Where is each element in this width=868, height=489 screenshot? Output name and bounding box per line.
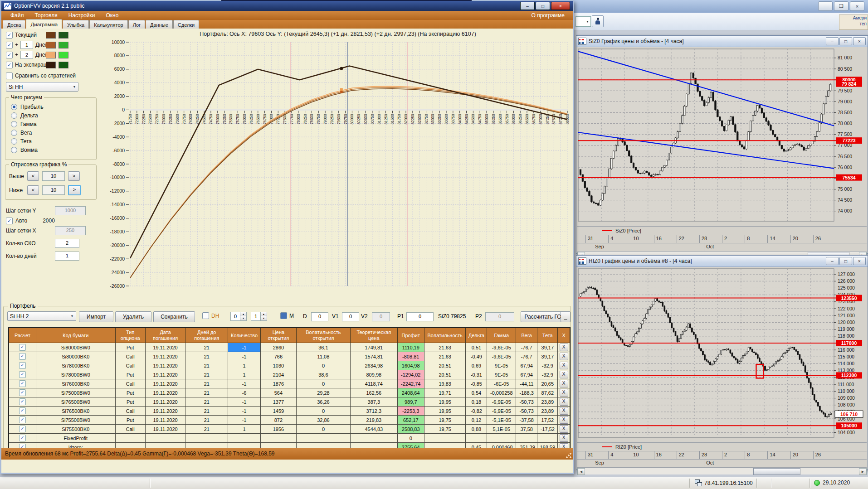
grid-y-value-input[interactable]: 1000	[55, 206, 86, 215]
menu-Файл[interactable]: Файл	[5, 11, 29, 19]
scroll-thumb[interactable]	[753, 468, 800, 475]
button-Сохранить[interactable]: Сохранить	[153, 311, 195, 322]
column-header[interactable]: Тип опциона	[115, 328, 145, 343]
color-swatch[interactable]	[59, 32, 68, 39]
rizo-candle-chart[interactable]: 127 000126 000125 000124 000123 000122 0…	[577, 268, 866, 441]
tab-Калькулятор[interactable]: Калькулятор	[89, 20, 127, 29]
maximize-button[interactable]: □	[536, 2, 550, 10]
spinner-arrows[interactable]: ▲▼	[240, 312, 247, 321]
qty-cell[interactable]: -1	[228, 397, 261, 407]
remove-row-button[interactable]: X	[560, 416, 568, 424]
background-toolbar-combobox[interactable]: ▼	[575, 16, 591, 27]
qty-cell[interactable]: -6	[228, 388, 261, 397]
sizo-candle-chart[interactable]: 81 00080 50080 00079 50079 00078 50078 0…	[577, 48, 866, 224]
layer-checkbox[interactable]: ✓	[6, 42, 13, 48]
tab-Диаграмма[interactable]: Диаграмма	[26, 19, 62, 29]
color-swatch[interactable]	[46, 52, 56, 58]
rizo-titlebar[interactable]: RIZ0 График цены и объёма #8 - [4 часа] …	[576, 256, 868, 267]
qty-cell[interactable]	[228, 434, 261, 443]
background-minimize-button[interactable]: –	[818, 1, 833, 11]
qty-cell[interactable]: 1	[228, 361, 261, 370]
button-Удалить[interactable]: Удалить	[115, 311, 151, 322]
row-checkbox[interactable]: ✓	[19, 362, 26, 369]
row-checkbox[interactable]: ✓	[19, 371, 26, 378]
minimize-button[interactable]: –	[520, 2, 535, 10]
background-user-button[interactable]	[592, 15, 604, 27]
qty-cell[interactable]: -1	[228, 343, 261, 352]
row-checkbox[interactable]: ✓	[19, 389, 26, 396]
days-value-input[interactable]: 1	[55, 252, 79, 261]
above-increase-button[interactable]: >	[68, 171, 80, 181]
remove-row-button[interactable]: X	[560, 425, 568, 433]
column-header[interactable]: Количество	[228, 328, 261, 343]
row-checkbox[interactable]: ✓	[19, 344, 26, 351]
row-checkbox[interactable]: ✓	[19, 426, 26, 432]
radio-Вега[interactable]: Вега	[5, 128, 96, 137]
column-header[interactable]: Профит	[397, 328, 424, 343]
radio-Вомма[interactable]: Вомма	[5, 145, 96, 154]
minimize-button[interactable]: –	[826, 257, 839, 265]
remove-row-button[interactable]: X	[560, 434, 568, 442]
column-header[interactable]: X	[558, 328, 570, 343]
column-header[interactable]: Дата погашения	[145, 328, 185, 343]
remove-row-button[interactable]: X	[560, 380, 568, 387]
collapse-button[interactable]: _	[561, 311, 571, 322]
tab-Улыбка[interactable]: Улыбка	[63, 20, 89, 29]
resize-grip[interactable]	[566, 453, 571, 458]
qty-cell[interactable]: -1	[228, 352, 261, 361]
column-header[interactable]: Код бумаги	[36, 328, 115, 343]
strategy-combobox[interactable]: Si HH▼	[6, 82, 78, 92]
remove-row-button[interactable]: X	[560, 371, 568, 378]
below-increase-button[interactable]: >	[68, 185, 81, 195]
layer-checkbox[interactable]: ✓	[6, 62, 13, 68]
field-input-V1[interactable]: 0	[342, 312, 359, 321]
row-checkbox[interactable]: ✓	[19, 380, 26, 387]
column-header[interactable]: Расчет	[9, 328, 36, 343]
remove-row-button[interactable]: X	[560, 344, 568, 351]
dh-checkbox[interactable]	[202, 312, 209, 319]
row-checkbox[interactable]: ✓	[19, 416, 26, 423]
rizo-horizontal-scrollbar[interactable]: ◀▶	[577, 467, 867, 474]
minimize-button[interactable]: –	[826, 37, 839, 45]
layer-days-input[interactable]: 2	[20, 51, 33, 59]
column-header[interactable]: Волатильность открытия	[296, 328, 350, 343]
remove-row-button[interactable]: X	[560, 389, 568, 397]
layer-checkbox[interactable]: ✓	[6, 32, 13, 39]
color-swatch[interactable]	[59, 62, 68, 68]
color-swatch[interactable]	[46, 62, 56, 68]
tab-Сделки[interactable]: Сделки	[173, 20, 200, 29]
column-header[interactable]: Волатильность	[424, 328, 466, 343]
close-button[interactable]: ×	[853, 257, 866, 265]
close-button[interactable]: ×	[551, 2, 570, 10]
qty-cell[interactable]: 1	[228, 370, 261, 379]
column-header[interactable]: Вега	[516, 328, 537, 343]
below-decrease-button[interactable]: <	[27, 185, 39, 195]
portfolio-payoff-chart[interactable]: Портфель: Ось X: 79603 Ось Y: (Текущий 2…	[105, 29, 572, 304]
menu-Настройки[interactable]: Настройки	[63, 11, 101, 19]
tab-Доска[interactable]: Доска	[3, 20, 25, 29]
restore-button[interactable]: □	[839, 37, 852, 45]
scroll-right-arrow[interactable]: ▶	[859, 468, 867, 475]
spinner-arrows[interactable]: ▲▼	[261, 312, 267, 321]
column-header[interactable]: Тета	[537, 328, 558, 343]
color-swatch[interactable]	[46, 32, 56, 39]
field-input-V2[interactable]: 0	[372, 312, 390, 321]
spinner-dh_spin2[interactable]: 1▲▼	[251, 312, 267, 321]
column-header[interactable]: Дней до погашения	[185, 328, 228, 343]
close-button[interactable]: ×	[853, 37, 866, 45]
remove-row-button[interactable]: X	[560, 353, 568, 360]
button-Импорт[interactable]: Импорт	[79, 311, 113, 322]
background-restore-button[interactable]: ❏	[834, 1, 848, 11]
sizo-titlebar[interactable]: SiZ0 График цены и объёма - [4 часа] – □…	[576, 36, 868, 47]
column-header[interactable]: Теоретическая цена	[351, 328, 398, 343]
qty-cell[interactable]: 1	[228, 425, 261, 434]
qty-cell[interactable]: -1	[228, 379, 261, 388]
color-swatch[interactable]	[59, 42, 68, 48]
remove-row-button[interactable]: X	[560, 398, 568, 406]
qty-cell[interactable]: -1	[228, 407, 261, 416]
color-swatch[interactable]	[46, 42, 56, 48]
auto-checkbox[interactable]: ✓	[6, 218, 13, 224]
layer-days-input[interactable]: 1	[20, 41, 33, 49]
row-checkbox[interactable]: ✓	[19, 398, 26, 405]
remove-row-button[interactable]: X	[560, 362, 568, 369]
